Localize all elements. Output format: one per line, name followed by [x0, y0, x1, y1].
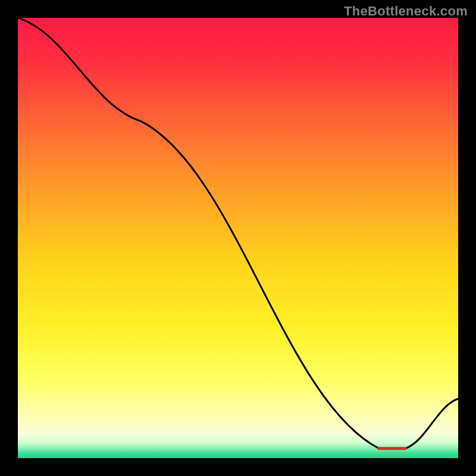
- chart-container: TheBottleneck.com: [0, 0, 476, 476]
- chart-plot: [18, 18, 458, 458]
- watermark-text: TheBottleneck.com: [344, 4, 468, 19]
- gradient-background: [18, 18, 458, 458]
